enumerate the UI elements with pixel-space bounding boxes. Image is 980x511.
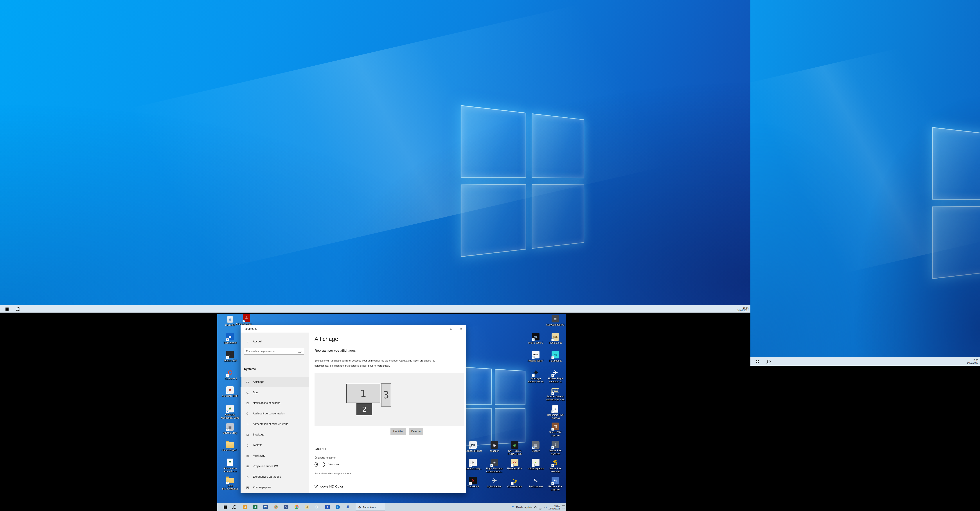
rearrange-description-line1: Sélectionnez l'affichage désiré ci-desso… [315,359,435,362]
close-button[interactable]: × [456,325,466,333]
shortcut-arrow-icon: ↗ [226,356,229,359]
hd-color-heading: Windows HD Color [315,484,343,489]
shortcut-arrow-icon: ↗ [532,338,535,341]
desktop-icon-label: Data (PC-FAMILLE) [219,484,241,490]
desktop-icon-addons-sous-f[interactable]: MSFS↗Addons sous F [523,351,549,362]
monitor-1: 16:55 14/02/2022 [0,0,751,312]
desktop-icon-dossier-fichiers-sauvegarde-fsx[interactable]: ⌨↗Dossier fichiers Sauvegarde FSX [542,387,566,401]
windows-flag-icon [756,360,757,361]
desktop-icon-adobe-acrobat[interactable]: A↗Adobe Acrobat [235,314,258,326]
settings-search-box[interactable] [244,348,304,355]
search-input[interactable] [244,350,298,353]
desktop-icon-label: Sauvegardes PC [542,323,566,326]
desktop-icon-alimentation-armand-xlsx[interactable]: XAlimentation Armand.xlsx [219,458,241,473]
desktop-icon-teamviewer[interactable]: ⇄↗TeamViewer [219,333,241,344]
shortcut-arrow-icon: ↗ [551,482,554,485]
desktop-icon-sauvegardes-pc[interactable]: ≣Sauvegardes PC [542,315,566,326]
night-light-settings-link[interactable]: Paramètres d'éclairage nocturne [315,472,351,475]
sidebar-item-tablette[interactable]: ▯Tablette [240,440,309,450]
file-icon: X [227,458,233,466]
logbookeditor-icon: ✈ [490,477,498,484]
sidebar-item-notifications[interactable]: ◻Notifications et actions [240,398,309,408]
shortcut-arrow-icon: ↗ [551,339,554,341]
taskbar-monitor-3[interactable]: 16:55 14/02/2022 [751,357,980,366]
sidebar-item-label: Assistant de concentration [253,412,285,415]
shortcut-arrow-icon: ↗ [511,464,514,467]
search-button[interactable] [12,305,25,312]
desktop-icon-stockage-addons-msfs[interactable]: ✈↗Stockage Addons MSFS [523,369,549,383]
desktop-icon-label: MSFS sous C [523,341,549,344]
minimize-button[interactable]: − [436,325,446,333]
sidebar-item-label: Presse-papiers [253,486,271,489]
home-icon: ⌂ [245,340,250,343]
desktop-icon-label: Alimentation Armand.xlsx [219,467,241,473]
detect-button[interactable]: Détecter [409,428,423,435]
clock-date: 14/02/2022 [967,361,978,364]
search-icon [767,360,771,363]
shortcut-arrow-icon: ↗ [226,374,229,377]
display-rect-1[interactable]: 1 [346,384,380,403]
desktop-icon-data-pc-famille[interactable]: ↗Data (PC-FAMILLE) [219,476,241,490]
sidebar-item-label: Expériences partagées [253,475,281,478]
shortcut-arrow-icon: ↗ [551,446,554,449]
desktop-icon-msfs-sous-c[interactable]: MS↗MSFS sous C [523,333,549,344]
desktop-icon-uimod-folder[interactable]: uimod-mugz-f... [219,441,241,452]
home-label: Accueil [253,340,262,343]
shortcut-arrow-icon: ↗ [226,392,229,395]
sidebar-item-label: Stockage [253,433,264,436]
shortcut-arrow-icon: ↗ [226,428,229,431]
sidebar-item-alimentation[interactable]: ○Alimentation et mise en veille [240,419,309,429]
desktop-icon-label: uimod-mugz-f... [219,449,241,452]
sidebar-item-multitache[interactable]: ⊞Multitâche [240,451,309,460]
settings-window: Paramètres − □ × ⌂ Accueil Système ▭Affi… [240,325,466,493]
sidebar-item-label: Alimentation et mise en veille [253,423,288,426]
sidebar-item-son[interactable]: ◁)Son [240,388,309,397]
shortcut-arrow-icon: ↗ [551,428,554,431]
sidebar-item-label: Affichage [253,380,264,384]
sidebar-item-label: Notifications et actions [253,401,280,404]
project-icon: ⊡ [245,465,250,468]
sidebar-item-assistant-concentration[interactable]: ☾Assistant de concentration [240,409,309,419]
shortcut-arrow-icon: ↗ [532,446,535,449]
identify-button[interactable]: Identifier [390,428,406,435]
settings-sidebar: ⌂ Accueil Système ▭Affichage◁)Son◻Notifi… [240,333,309,493]
shared-experiences-icon: ∴ [245,475,250,479]
windows-flag-icon [5,307,7,309]
maximize-button[interactable]: □ [446,325,456,333]
shortcut-arrow-icon: ↗ [551,356,554,359]
page-title: Affichage [315,336,338,342]
desktop-icon-renomme-fsx-logbook[interactable]: ≡↗Renomme FSX Logbook [542,405,566,420]
start-button[interactable] [751,357,763,366]
wallpaper-monitor-3 [751,0,980,357]
sidebar-item-label: Multitâche [253,454,266,457]
sidebar-item-presse-papiers[interactable]: ▣Presse-papiers [240,482,309,492]
sidebar-item-stockage[interactable]: ⊟Stockage [240,430,309,439]
taskbar-clock[interactable]: 16:55 14/02/2022 [737,306,749,312]
desktop-icon-ij-scan-utility[interactable]: ▤↗IJ Scan Utility [219,423,241,435]
sidebar-items: ▭Affichage◁)Son◻Notifications et actions… [240,377,309,493]
desktop-icon-autocad-2008[interactable]: A↗AutoCAD 2008 [219,386,241,398]
display-number: 1 [360,388,366,399]
search-button[interactable] [763,357,775,366]
shortcut-arrow-icon: ↗ [532,464,535,467]
window-titlebar[interactable]: Paramètres − □ × [240,325,466,333]
display-number: 3 [383,389,389,401]
start-button[interactable] [0,305,12,312]
display-rect-3[interactable]: 3 [381,384,391,406]
shortcut-arrow-icon: ↗ [469,464,472,467]
sidebar-item-projection[interactable]: ⊡Projection sur ce PC [240,462,309,471]
desktop-icon-autocad-mechanical-2008[interactable]: A↗AutoCAD Mechanical 2008 [219,405,241,419]
sidebar-item-affichage[interactable]: ▭Affichage [240,377,309,387]
desktop-icon-sauve-fsx-logbook[interactable]: ◫↗Sauve FSX Logbook [542,423,566,437]
sidebar-item-home[interactable]: ⌂ Accueil [240,337,309,345]
taskbar-clock[interactable]: 16:55 14/02/2022 [967,359,978,364]
sidebar-item-experiences-partagees[interactable]: ∴Expériences partagées [240,472,309,482]
night-light-toggle[interactable] [315,462,325,467]
shortcut-arrow-icon: ↗ [511,482,514,485]
recycle-bin-icon: ♻ [227,316,233,323]
display-rect-2[interactable]: 2 [356,403,372,415]
display-arrangement-diagram[interactable]: 132 [315,373,465,426]
window-title: Paramètres [243,327,436,330]
taskbar-monitor-1[interactable]: 16:55 14/02/2022 [0,305,751,312]
monitor-3: 16:55 14/02/2022 [751,0,980,366]
